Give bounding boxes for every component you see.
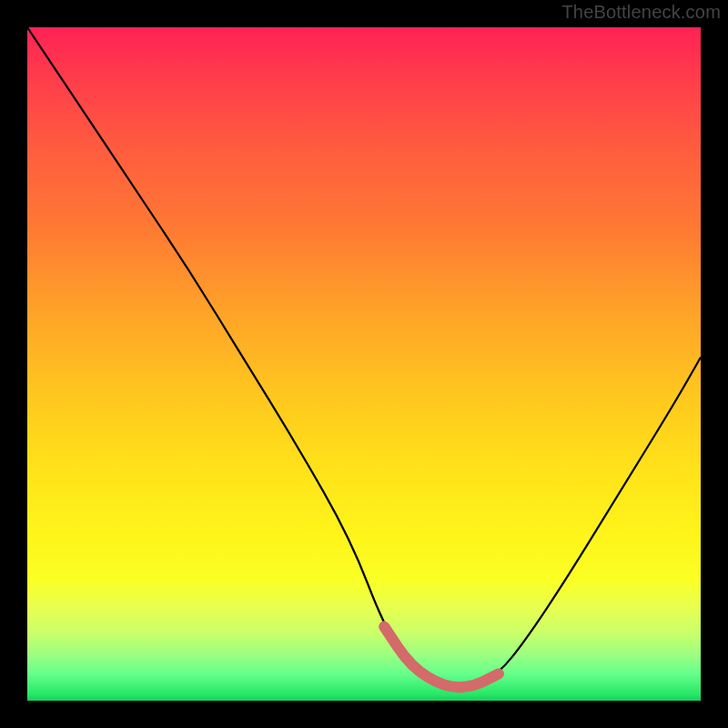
chart-svg — [27, 27, 701, 701]
optimal-highlight — [384, 627, 499, 688]
chart-plot-area — [27, 27, 701, 701]
watermark-text: TheBottleneck.com — [561, 2, 721, 23]
bottleneck-curve — [27, 27, 701, 687]
